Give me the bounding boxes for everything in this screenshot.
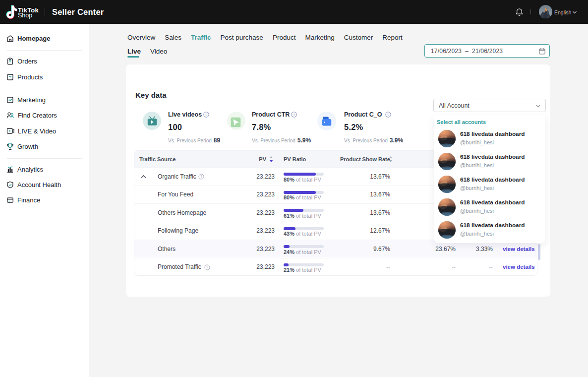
svg-text:?: ? bbox=[200, 174, 202, 179]
svg-text:?: ? bbox=[293, 113, 295, 117]
svg-text:?: ? bbox=[387, 113, 389, 117]
svg-text:?: ? bbox=[206, 265, 208, 269]
svg-text:?: ? bbox=[205, 113, 207, 117]
